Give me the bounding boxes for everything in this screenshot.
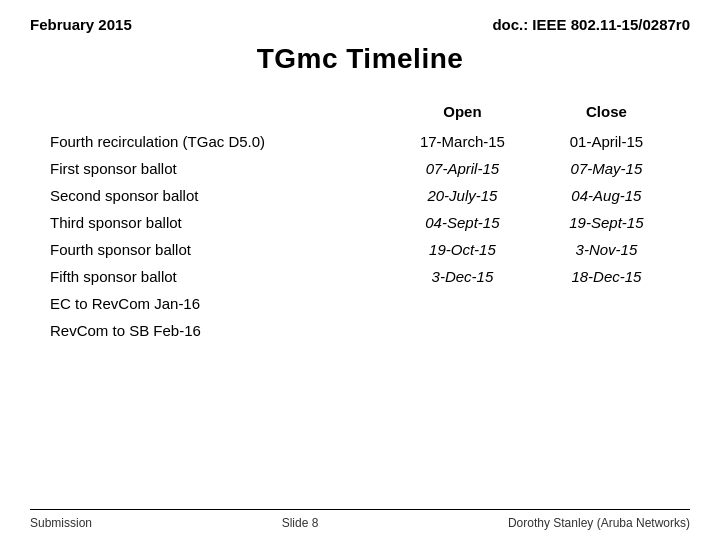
row-open: 20-July-15	[392, 182, 533, 209]
footer-submission: Submission	[30, 516, 92, 530]
table-row: Fourth recirculation (TGac D5.0)17-March…	[40, 128, 680, 155]
footer-slide: Slide 8	[282, 516, 319, 530]
row-open	[392, 317, 533, 344]
table-row: Second sponsor ballot20-July-1504-Aug-15	[40, 182, 680, 209]
row-label: Second sponsor ballot	[40, 182, 392, 209]
row-label: EC to RevCom Jan-16	[40, 290, 392, 317]
row-label: Fourth sponsor ballot	[40, 236, 392, 263]
row-open: 19-Oct-15	[392, 236, 533, 263]
header: February 2015 doc.: IEEE 802.11-15/0287r…	[30, 16, 690, 33]
timeline-table: Open Close Fourth recirculation (TGac D5…	[40, 99, 680, 344]
col-header-label	[40, 99, 392, 128]
row-open: 07-April-15	[392, 155, 533, 182]
row-label: First sponsor ballot	[40, 155, 392, 182]
col-header-open: Open	[392, 99, 533, 128]
table-row: EC to RevCom Jan-16	[40, 290, 680, 317]
row-close	[533, 317, 680, 344]
row-close: 3-Nov-15	[533, 236, 680, 263]
footer-author: Dorothy Stanley (Aruba Networks)	[508, 516, 690, 530]
row-close: 19-Sept-15	[533, 209, 680, 236]
row-label: Third sponsor ballot	[40, 209, 392, 236]
table-container: Open Close Fourth recirculation (TGac D5…	[30, 99, 690, 505]
page: February 2015 doc.: IEEE 802.11-15/0287r…	[0, 0, 720, 540]
page-title: TGmc Timeline	[30, 43, 690, 75]
row-open: 17-March-15	[392, 128, 533, 155]
row-close: 01-April-15	[533, 128, 680, 155]
header-date: February 2015	[30, 16, 132, 33]
table-row: RevCom to SB Feb-16	[40, 317, 680, 344]
row-close: 18-Dec-15	[533, 263, 680, 290]
table-row: Third sponsor ballot04-Sept-1519-Sept-15	[40, 209, 680, 236]
header-doc: doc.: IEEE 802.11-15/0287r0	[492, 16, 690, 33]
footer: Submission Slide 8 Dorothy Stanley (Arub…	[30, 509, 690, 530]
row-label: RevCom to SB Feb-16	[40, 317, 392, 344]
col-header-close: Close	[533, 99, 680, 128]
row-label: Fourth recirculation (TGac D5.0)	[40, 128, 392, 155]
row-close: 07-May-15	[533, 155, 680, 182]
table-row: First sponsor ballot07-April-1507-May-15	[40, 155, 680, 182]
row-open: 3-Dec-15	[392, 263, 533, 290]
table-row: Fifth sponsor ballot3-Dec-1518-Dec-15	[40, 263, 680, 290]
row-close	[533, 290, 680, 317]
row-close: 04-Aug-15	[533, 182, 680, 209]
table-row: Fourth sponsor ballot19-Oct-153-Nov-15	[40, 236, 680, 263]
row-label: Fifth sponsor ballot	[40, 263, 392, 290]
row-open	[392, 290, 533, 317]
row-open: 04-Sept-15	[392, 209, 533, 236]
